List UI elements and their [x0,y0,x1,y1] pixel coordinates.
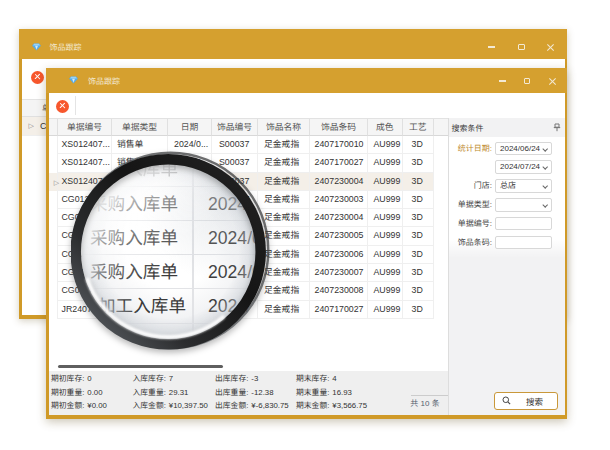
horizontal-scrollbar-thumb[interactable] [58,365,223,368]
chevron-down-icon [543,184,548,189]
cell-craft: 3D [403,227,435,245]
filler-cell [434,282,448,300]
row-indicator-arrow: ▷ [29,117,34,135]
close-button[interactable] [543,74,561,88]
cell-purity: AU999 [368,209,403,227]
filler-cell [434,264,448,282]
indicator-cell [49,264,59,282]
column-header[interactable]: 饰品名称 [258,119,310,136]
cell-craft: 3D [403,264,435,282]
cell-purity: AU999 [368,246,403,264]
close-icon [546,43,554,51]
maximize-button[interactable] [513,40,531,54]
minimize-button[interactable] [493,74,511,88]
field-value: 2024/07/24 [500,162,540,171]
filler-cell [434,173,448,191]
summary-cell: 期初库存:0 [51,373,92,385]
cell-barcode: 2407230006 [310,246,368,264]
filler-column-header [434,119,448,136]
filler-cell [434,246,448,264]
maximize-icon [524,78,531,85]
window-border [46,415,567,419]
magnifier-lens: 采购入库单2024/0...采购入库单2024/0...采购入库单2024/0.… [71,151,270,350]
minimize-button[interactable] [482,40,500,54]
summary-cell: 出库库存:-3 [215,373,258,385]
row-indicator-arrow: ▷ [53,174,61,192]
cell-purity: AU999 [368,173,403,191]
cell-craft: 3D [403,154,435,172]
toolbar-divider [75,96,76,115]
column-header[interactable]: 饰品条码 [310,119,368,136]
column-header[interactable]: 成色 [368,119,403,136]
cell-barcode: 2407170027 [310,301,368,319]
dropdown-field[interactable]: 总店 [495,179,552,193]
search-button[interactable]: 搜索 [494,392,558,410]
close-view-button[interactable] [56,100,69,113]
cell-barcode: 2407230003 [310,191,368,209]
close-button[interactable] [541,40,559,54]
field-label: 单据类型: [449,199,493,211]
text-input-field[interactable] [495,236,552,250]
summary-label: 期末库存: [296,374,329,383]
filler-cell [434,191,448,209]
summary-label: 出库重量: [215,388,248,397]
cell-purity: AU999 [368,282,403,300]
summary-value: ¥-6,830.75 [251,401,288,410]
field-label: 统计日期: [449,143,493,155]
summary-value: 4 [332,374,336,383]
summary-label: 出库库存: [215,374,248,383]
record-count: 共 10 条 [405,398,446,410]
dropdown-field[interactable] [495,198,552,212]
maximize-button[interactable] [518,74,536,88]
column-header[interactable]: 单据类型 [112,119,168,136]
filler-cell [434,154,448,172]
cell-barcode: 2407230004 [310,209,368,227]
column-header[interactable]: 日期 [168,119,212,136]
summary-cell: 期末库存:4 [296,373,337,385]
cell-barcode: 2407170010 [310,136,368,154]
screen: 饰品跟踪 单据编号 ▷ CG012407... [0,0,610,450]
text-input-field[interactable] [495,217,552,231]
summary-label: 入库重量: [133,388,166,397]
summary-value: ¥0.00 [87,401,107,410]
diamond-icon [32,43,41,51]
chevron-down-icon [543,147,548,152]
summary-cell: 入库重量:29.31 [133,387,189,399]
pin-icon[interactable] [553,123,561,132]
cell-craft: 3D [403,136,435,154]
cell-purity: AU999 [368,154,403,172]
cell-craft: 3D [403,191,435,209]
cell-purity: AU999 [368,264,403,282]
chevron-down-icon [543,203,548,208]
summary-value: 0 [87,374,91,383]
summary-panel: 期初库存:0入库库存:7出库库存:-3期末库存:4期初重量:0.00入库重量:2… [49,371,448,415]
indicator-cell [49,301,59,319]
titlebar-front[interactable]: 饰品跟踪 [46,68,567,93]
column-header[interactable]: 工艺 [403,119,435,136]
summary-value: 29.31 [169,388,189,397]
cell-craft: 3D [403,301,435,319]
dropdown-field[interactable]: 2024/06/24 [495,142,552,156]
summary-label: 期初重量: [51,388,84,397]
titlebar-back[interactable]: 饰品跟踪 [19,29,567,60]
titlebar-title-group: 饰品跟踪 [32,38,82,56]
summary-cell: 出库金额:¥-6,830.75 [215,400,289,412]
summary-cell: 出库重量:-12.38 [215,387,273,399]
cell-barcode: 2407170027 [310,154,368,172]
dropdown-field[interactable]: 2024/07/24 [495,160,552,174]
close-view-button[interactable] [31,71,44,84]
cell-barcode: 2407230005 [310,227,368,245]
column-header[interactable]: 饰品编号 [212,119,258,136]
cell-craft: 3D [403,246,435,264]
indicator-cell [49,246,59,264]
grid-header-row: 单据编号单据类型日期饰品编号饰品名称饰品条码成色工艺 [49,118,448,136]
diamond-icon [69,76,78,84]
filler-cell [434,136,448,154]
cell-craft: 3D [403,173,435,191]
search-panel-title: 搜索条件 [452,122,484,135]
summary-value: -12.38 [251,388,273,397]
summary-value: 7 [169,374,173,383]
field-label: 单据编号: [449,218,493,230]
column-header[interactable]: 单据编号 [58,119,112,136]
search-button-label: 搜索 [526,395,543,407]
